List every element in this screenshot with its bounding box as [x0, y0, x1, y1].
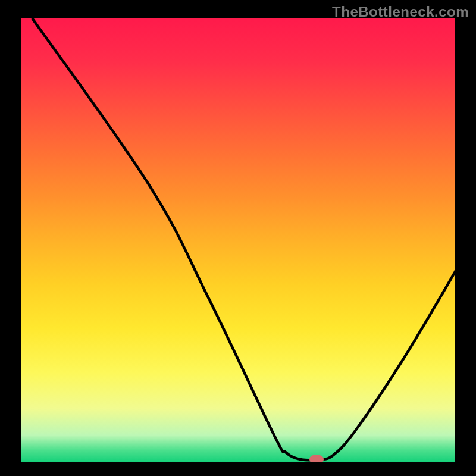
plot-background: [21, 18, 455, 462]
watermark-text: TheBottleneck.com: [332, 4, 469, 20]
chart-frame: TheBottleneck.com: [0, 0, 476, 476]
bottleneck-chart: [0, 0, 476, 476]
minimum-marker: [309, 455, 324, 464]
